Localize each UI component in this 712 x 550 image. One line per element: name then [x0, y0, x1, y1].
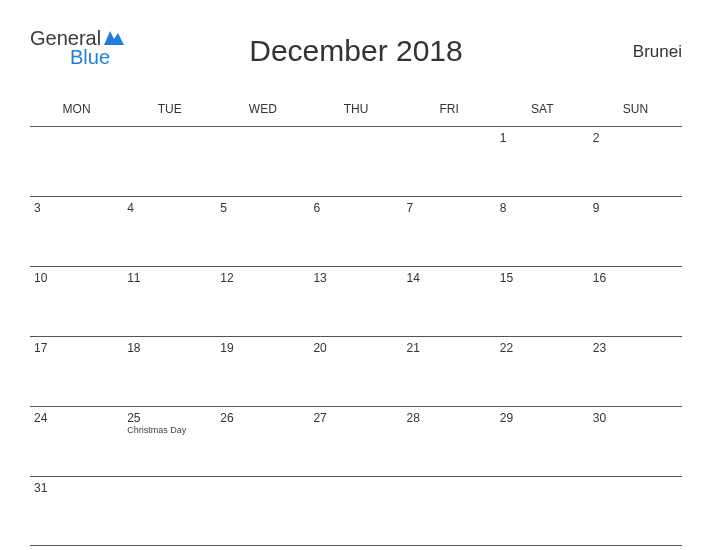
day-cell: 30: [589, 407, 682, 476]
region-label: Brunei: [633, 42, 682, 62]
day-cell: [216, 127, 309, 196]
brand-logo: General Blue: [30, 28, 125, 67]
calendar-title: December 2018: [249, 34, 462, 68]
day-number: 13: [313, 271, 396, 285]
day-cell: [589, 477, 682, 545]
day-number: 24: [34, 411, 117, 425]
day-number: 29: [500, 411, 583, 425]
week-row: 31: [30, 476, 682, 546]
day-cell: 26: [216, 407, 309, 476]
day-number: 31: [34, 481, 117, 495]
day-cell: 17: [30, 337, 123, 406]
day-number: 30: [593, 411, 676, 425]
day-cell: 25Christmas Day: [123, 407, 216, 476]
day-cell: 9: [589, 197, 682, 266]
day-number: 10: [34, 271, 117, 285]
day-cell: [30, 127, 123, 196]
day-number: 2: [593, 131, 676, 145]
weekday-wed: WED: [216, 98, 309, 122]
day-number: 9: [593, 201, 676, 215]
day-event: Christmas Day: [127, 426, 210, 436]
day-cell: [403, 127, 496, 196]
weekday-fri: FRI: [403, 98, 496, 122]
day-number: 16: [593, 271, 676, 285]
day-cell: 19: [216, 337, 309, 406]
day-cell: 20: [309, 337, 402, 406]
day-number: 25: [127, 411, 210, 425]
day-number: 18: [127, 341, 210, 355]
day-number: 27: [313, 411, 396, 425]
day-number: 12: [220, 271, 303, 285]
day-cell: 2: [589, 127, 682, 196]
day-cell: 27: [309, 407, 402, 476]
day-number: 28: [407, 411, 490, 425]
day-number: 15: [500, 271, 583, 285]
day-number: 21: [407, 341, 490, 355]
logo-text-2: Blue: [30, 47, 125, 67]
day-cell: 5: [216, 197, 309, 266]
day-cell: 6: [309, 197, 402, 266]
day-cell: 24: [30, 407, 123, 476]
day-cell: 29: [496, 407, 589, 476]
day-cell: 15: [496, 267, 589, 336]
day-cell: 18: [123, 337, 216, 406]
week-row: 1 2: [30, 126, 682, 196]
day-cell: 10: [30, 267, 123, 336]
day-cell: 12: [216, 267, 309, 336]
day-cell: 11: [123, 267, 216, 336]
weekday-thu: THU: [309, 98, 402, 122]
week-row: 10 11 12 13 14 15 16: [30, 266, 682, 336]
day-cell: [309, 127, 402, 196]
day-cell: [216, 477, 309, 545]
day-number: 17: [34, 341, 117, 355]
day-cell: 3: [30, 197, 123, 266]
weekday-mon: MON: [30, 98, 123, 122]
day-number: 5: [220, 201, 303, 215]
week-row: 24 25Christmas Day 26 27 28 29 30: [30, 406, 682, 476]
day-cell: [496, 477, 589, 545]
day-cell: 4: [123, 197, 216, 266]
day-cell: 13: [309, 267, 402, 336]
day-number: 22: [500, 341, 583, 355]
day-cell: 21: [403, 337, 496, 406]
day-cell: 8: [496, 197, 589, 266]
week-row: 3 4 5 6 7 8 9: [30, 196, 682, 266]
day-cell: 28: [403, 407, 496, 476]
day-number: 3: [34, 201, 117, 215]
day-cell: 7: [403, 197, 496, 266]
day-number: 8: [500, 201, 583, 215]
day-cell: [403, 477, 496, 545]
day-number: 20: [313, 341, 396, 355]
calendar-grid: MON TUE WED THU FRI SAT SUN 1 2 3 4 5 6 …: [30, 98, 682, 546]
day-number: 23: [593, 341, 676, 355]
day-cell: [123, 127, 216, 196]
weekday-row: MON TUE WED THU FRI SAT SUN: [30, 98, 682, 122]
day-cell: [309, 477, 402, 545]
weekday-tue: TUE: [123, 98, 216, 122]
weeks-container: 1 2 3 4 5 6 7 8 9 10 11 12 13 14 15 16 1…: [30, 126, 682, 546]
day-cell: 31: [30, 477, 123, 545]
day-number: 6: [313, 201, 396, 215]
day-number: 26: [220, 411, 303, 425]
weekday-sun: SUN: [589, 98, 682, 122]
day-number: 1: [500, 131, 583, 145]
day-number: 11: [127, 271, 210, 285]
day-cell: 14: [403, 267, 496, 336]
day-cell: 1: [496, 127, 589, 196]
week-row: 17 18 19 20 21 22 23: [30, 336, 682, 406]
day-cell: 23: [589, 337, 682, 406]
day-cell: [123, 477, 216, 545]
day-number: 19: [220, 341, 303, 355]
day-number: 4: [127, 201, 210, 215]
weekday-sat: SAT: [496, 98, 589, 122]
day-number: 7: [407, 201, 490, 215]
day-number: 14: [407, 271, 490, 285]
calendar-header: General Blue December 2018 Brunei: [30, 28, 682, 88]
day-cell: 22: [496, 337, 589, 406]
day-cell: 16: [589, 267, 682, 336]
